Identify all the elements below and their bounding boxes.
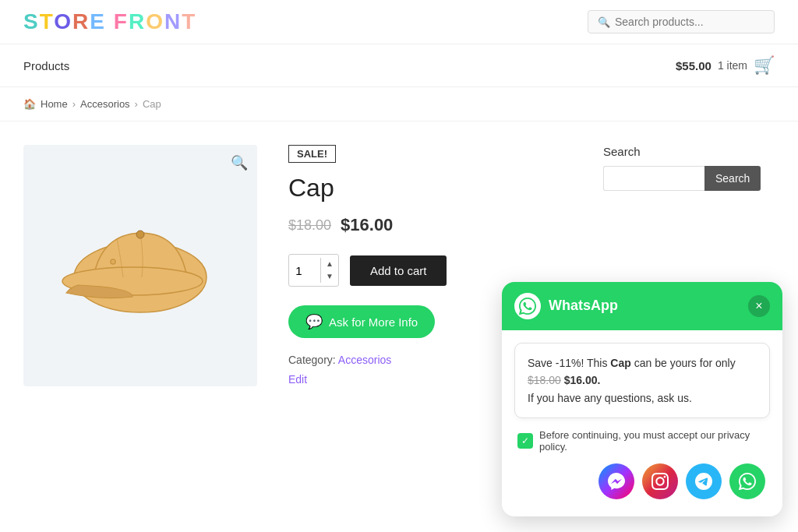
product-title: Cap: [288, 174, 572, 203]
wa-popup-title: WhatsApp: [514, 293, 618, 319]
home-icon: 🏠: [23, 98, 36, 110]
header: STORE FRONT 🔍: [0, 0, 798, 44]
product-image-area: 🔍: [23, 145, 257, 386]
cart-icon[interactable]: 🛒: [754, 55, 775, 76]
wa-message-product: Cap: [610, 357, 630, 369]
wa-message-line3: If you have any questions, ask us.: [528, 392, 692, 404]
qty-up-button[interactable]: ▲: [321, 258, 338, 270]
category-link[interactable]: Accesorios: [338, 354, 391, 366]
add-to-cart-button[interactable]: Add to cart: [350, 255, 447, 286]
wa-popup-close-button[interactable]: ×: [748, 295, 770, 317]
search-icon: 🔍: [598, 16, 610, 28]
messenger-icon[interactable]: [598, 463, 634, 499]
wa-message-line2: can be yours for only: [634, 357, 736, 369]
sidebar-search-area: Search: [603, 166, 775, 191]
wa-social-icons: [514, 463, 770, 504]
whatsapp-social-icon[interactable]: [729, 463, 765, 499]
price-area: $18.00 $16.00: [288, 215, 572, 235]
edit-link[interactable]: Edit: [288, 373, 307, 386]
svg-point-4: [112, 261, 115, 263]
cart-items-count: 1 item: [718, 59, 747, 72]
breadcrumb-current: Cap: [143, 98, 161, 110]
wa-message-sale: $16.00.: [564, 374, 601, 386]
wa-logo-icon: [514, 293, 541, 319]
whatsapp-btn-icon: 💬: [305, 313, 323, 330]
original-price: $18.00: [288, 217, 331, 234]
ask-more-info-label: Ask for More Info: [329, 315, 418, 329]
sidebar-search-button[interactable]: Search: [704, 166, 761, 191]
breadcrumb: 🏠 Home › Accesorios › Cap: [0, 87, 798, 122]
wa-popup-body: Save -11%! This Cap can be yours for onl…: [502, 330, 782, 516]
svg-point-2: [136, 231, 144, 238]
qty-arrows: ▲ ▼: [320, 258, 338, 283]
instagram-icon[interactable]: [642, 463, 678, 499]
wa-title-text: WhatsApp: [549, 298, 618, 314]
navbar: Products $55.00 1 item 🛒: [0, 44, 798, 87]
logo: STORE FRONT: [23, 9, 196, 34]
search-input[interactable]: [615, 16, 764, 28]
product-image: [55, 203, 226, 328]
cart-area: $55.00 1 item 🛒: [676, 55, 775, 76]
wa-privacy-line: ✓ Before continuing, you must accept our…: [514, 429, 770, 453]
ask-more-info-button[interactable]: 💬 Ask for More Info: [288, 305, 435, 338]
sale-badge: SALE!: [288, 145, 336, 163]
qty-down-button[interactable]: ▼: [321, 270, 338, 283]
search-bar[interactable]: 🔍: [588, 10, 775, 33]
whatsapp-popup: WhatsApp × Save -11%! This Cap can be yo…: [502, 282, 782, 516]
breadcrumb-sep1: ›: [72, 98, 76, 110]
sidebar-search-label: Search: [603, 145, 775, 158]
quantity-stepper[interactable]: 1: [289, 264, 320, 277]
quantity-input[interactable]: 1 ▲ ▼: [288, 254, 339, 287]
sidebar-search-input[interactable]: [603, 166, 704, 191]
privacy-text: Before continuing, you must accept our p…: [539, 429, 767, 453]
wa-message-bubble: Save -11%! This Cap can be yours for onl…: [514, 343, 770, 418]
breadcrumb-category[interactable]: Accesorios: [80, 98, 130, 110]
cart-price: $55.00: [676, 59, 711, 72]
wa-message-line1: Save -11%! This: [528, 357, 607, 369]
wa-message-original: $18.00: [528, 374, 561, 386]
products-nav-link[interactable]: Products: [23, 59, 69, 72]
breadcrumb-home[interactable]: Home: [41, 98, 68, 110]
telegram-icon[interactable]: [686, 463, 722, 499]
sale-price: $16.00: [341, 215, 393, 235]
category-label: Category:: [288, 354, 336, 366]
zoom-icon[interactable]: 🔍: [231, 154, 248, 171]
privacy-check-icon: ✓: [517, 433, 533, 449]
breadcrumb-sep2: ›: [135, 98, 138, 110]
wa-popup-header: WhatsApp ×: [502, 282, 782, 330]
